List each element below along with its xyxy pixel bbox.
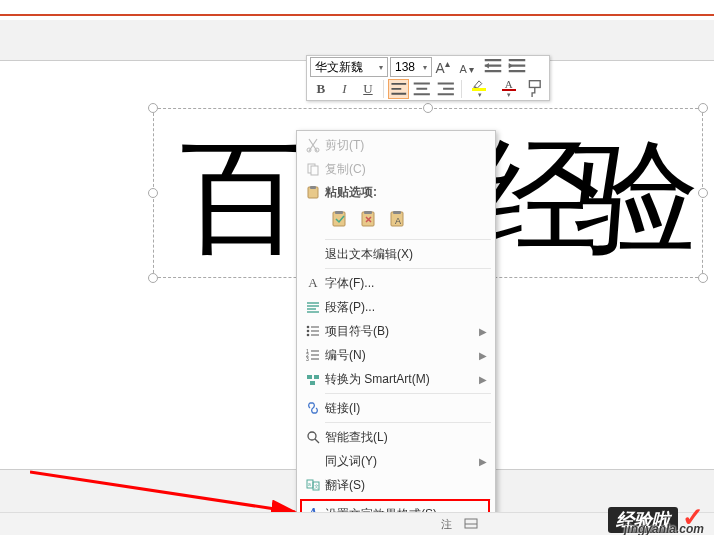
underline-button[interactable]: U: [357, 79, 379, 99]
menu-translate[interactable]: a文 翻译(S): [297, 473, 495, 497]
svg-point-27: [308, 432, 316, 440]
menu-label: 复制(C): [325, 161, 487, 178]
menu-label: 智能查找(L): [325, 429, 487, 446]
link-icon: [301, 397, 325, 419]
menu-numbering[interactable]: 123 编号(N) ▶: [297, 343, 495, 367]
bold-button[interactable]: B: [310, 79, 332, 99]
resize-handle[interactable]: [698, 273, 708, 283]
menu-synonyms[interactable]: 同义词(Y) ▶: [297, 449, 495, 473]
svg-text:A: A: [459, 63, 467, 75]
svg-point-20: [307, 334, 310, 337]
align-right-button[interactable]: [435, 79, 457, 99]
context-menu: 剪切(T) 复制(C) 粘贴选项: A: [296, 130, 496, 535]
menu-cut[interactable]: 剪切(T): [297, 133, 495, 157]
resize-handle[interactable]: [148, 188, 158, 198]
menu-label: 退出文本编辑(X): [325, 246, 487, 263]
menu-copy[interactable]: 复制(C): [297, 157, 495, 181]
separator: [325, 422, 491, 423]
svg-text:▾: ▾: [469, 64, 474, 75]
svg-text:▴: ▴: [445, 58, 450, 69]
resize-handle[interactable]: [698, 188, 708, 198]
dropdown-arrow-icon: ▾: [423, 63, 427, 72]
separator: [325, 393, 491, 394]
cut-icon: [301, 134, 325, 156]
view-normal-button[interactable]: [458, 514, 484, 534]
smartart-icon: [301, 368, 325, 390]
bullets-icon: [301, 320, 325, 342]
svg-rect-24: [307, 375, 312, 379]
menu-paste-header: 粘贴选项:: [297, 181, 495, 203]
separator: [461, 80, 462, 98]
grow-font-button[interactable]: A▴: [434, 57, 456, 77]
svg-rect-12: [335, 211, 343, 214]
svg-text:3: 3: [306, 356, 309, 362]
paste-icon: [301, 181, 325, 203]
resize-handle[interactable]: [148, 273, 158, 283]
paste-text-only-button[interactable]: A: [385, 206, 411, 232]
menu-label: 编号(N): [325, 347, 473, 364]
menu-label: 转换为 SmartArt(M): [325, 371, 473, 388]
font-icon: A: [301, 272, 325, 294]
separator: [325, 499, 491, 500]
submenu-arrow-icon: ▶: [479, 374, 487, 385]
font-name-value: 华文新魏: [315, 59, 363, 76]
paragraph-icon: [301, 296, 325, 318]
separator: [325, 239, 491, 240]
paste-options-row: A: [297, 203, 495, 237]
svg-rect-8: [311, 166, 318, 175]
font-size-value: 138: [395, 60, 415, 74]
paste-keep-source-button[interactable]: [327, 206, 353, 232]
menu-label: 项目符号(B): [325, 323, 473, 340]
italic-button[interactable]: I: [334, 79, 356, 99]
highlight-color-button[interactable]: ▾: [465, 79, 492, 99]
menu-exit-text-edit[interactable]: 退出文本编辑(X): [297, 242, 495, 266]
svg-text:A: A: [435, 61, 445, 76]
menu-hyperlink[interactable]: 链接(I): [297, 396, 495, 420]
status-bar: 注: [0, 512, 714, 535]
font-name-combo[interactable]: 华文新魏 ▾: [310, 57, 388, 77]
menu-convert-smartart[interactable]: 转换为 SmartArt(M) ▶: [297, 367, 495, 391]
align-center-button[interactable]: [411, 79, 433, 99]
translate-icon: a文: [301, 474, 325, 496]
paste-merge-button[interactable]: [356, 206, 382, 232]
svg-rect-25: [314, 375, 319, 379]
svg-rect-14: [364, 211, 372, 214]
submenu-arrow-icon: ▶: [479, 326, 487, 337]
search-icon: [301, 426, 325, 448]
menu-smart-lookup[interactable]: 智能查找(L): [297, 425, 495, 449]
menu-label: 同义词(Y): [325, 453, 473, 470]
submenu-arrow-icon: ▶: [479, 456, 487, 467]
svg-rect-26: [310, 381, 315, 385]
align-left-button[interactable]: [388, 79, 410, 99]
exit-text-icon: [301, 243, 325, 265]
menu-label: 粘贴选项:: [325, 184, 487, 201]
resize-handle[interactable]: [423, 103, 433, 113]
menu-font[interactable]: A 字体(F)...: [297, 271, 495, 295]
font-color-button[interactable]: A ▾: [495, 79, 522, 99]
menu-label: 段落(P)...: [325, 299, 487, 316]
dropdown-arrow-icon[interactable]: ▾: [507, 91, 511, 99]
font-size-combo[interactable]: 138 ▾: [390, 57, 432, 77]
dropdown-arrow-icon: ▾: [379, 63, 383, 72]
submenu-arrow-icon: ▶: [479, 350, 487, 361]
svg-text:文: 文: [314, 483, 319, 489]
increase-indent-button[interactable]: [506, 57, 528, 77]
numbering-icon: 123: [301, 344, 325, 366]
watermark-url: jingyanla.com: [624, 522, 704, 535]
menu-paragraph[interactable]: 段落(P)...: [297, 295, 495, 319]
decrease-indent-button[interactable]: [482, 57, 504, 77]
svg-text:a: a: [308, 481, 311, 487]
svg-rect-10: [310, 186, 316, 189]
svg-rect-4: [530, 81, 541, 88]
svg-rect-16: [393, 211, 401, 214]
resize-handle[interactable]: [698, 103, 708, 113]
menu-label: 翻译(S): [325, 477, 487, 494]
svg-text:A: A: [395, 216, 401, 226]
synonyms-icon: [301, 450, 325, 472]
notes-label: 注: [441, 517, 452, 532]
dropdown-arrow-icon[interactable]: ▾: [478, 91, 482, 99]
menu-bullets[interactable]: 项目符号(B) ▶: [297, 319, 495, 343]
format-painter-button[interactable]: [524, 79, 546, 99]
resize-handle[interactable]: [148, 103, 158, 113]
shrink-font-button[interactable]: A▾: [458, 57, 480, 77]
